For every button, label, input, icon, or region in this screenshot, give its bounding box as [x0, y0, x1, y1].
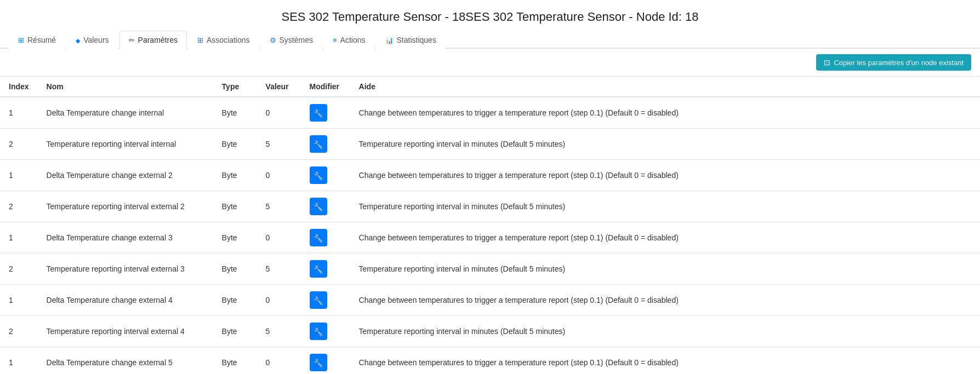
cell-type-0: Byte: [213, 97, 257, 129]
cell-valeur-8: 0: [257, 347, 301, 375]
cell-aide-0: Change between temperatures to trigger a…: [350, 97, 980, 129]
modifier-button-3[interactable]: [310, 198, 327, 215]
modifier-button-1[interactable]: [310, 135, 327, 153]
cell-type-7: Byte: [213, 316, 257, 347]
actions-tab-icon: [333, 36, 337, 44]
cell-index-8: 1: [0, 347, 38, 375]
cell-aide-1: Temperature reporting interval in minute…: [350, 129, 980, 160]
cell-type-5: Byte: [213, 254, 257, 285]
table-row: 2Temperature reporting interval internal…: [0, 129, 980, 160]
cell-modifier-6: [301, 285, 350, 316]
wrench-icon-2: [314, 171, 323, 180]
cell-modifier-7: [301, 316, 350, 347]
cell-type-3: Byte: [213, 191, 257, 222]
valeurs-tab-icon: [76, 36, 80, 44]
modifier-button-4[interactable]: [310, 229, 327, 246]
modifier-button-6[interactable]: [310, 291, 327, 309]
cell-index-7: 2: [0, 316, 38, 347]
table-container: Copier les paramètres d'un node existant…: [0, 49, 980, 374]
cell-index-1: 2: [0, 129, 38, 160]
statistiques-tab-icon: [385, 36, 394, 44]
cell-type-2: Byte: [213, 160, 257, 191]
cell-nom-2: Delta Temperature change external 2: [38, 160, 213, 191]
table-row: 1Delta Temperature change external 4Byte…: [0, 285, 980, 316]
wrench-icon-1: [314, 140, 323, 149]
cell-aide-8: Change between temperatures to trigger a…: [350, 347, 980, 375]
cell-nom-1: Temperature reporting interval internal: [38, 129, 213, 160]
tab-label-resume: Résumé: [27, 36, 56, 44]
parametres-tab-icon: [129, 36, 135, 44]
cell-aide-4: Change between temperatures to trigger a…: [350, 222, 980, 254]
page-wrapper: SES 302 Temperature Sensor - 18SES 302 T…: [0, 0, 980, 374]
table-row: 1Delta Temperature change internalByte0C…: [0, 97, 980, 129]
table-row: 1Delta Temperature change external 5Byte…: [0, 347, 980, 375]
modifier-button-0[interactable]: [310, 104, 327, 122]
resume-tab-icon: [18, 36, 24, 44]
tab-actions[interactable]: Actions: [323, 31, 375, 49]
tab-parametres[interactable]: Paramètres: [119, 31, 187, 49]
copy-icon: [824, 58, 830, 67]
table-row: 2Temperature reporting interval external…: [0, 316, 980, 347]
cell-nom-3: Temperature reporting interval external …: [38, 191, 213, 222]
table-body: 1Delta Temperature change internalByte0C…: [0, 97, 980, 374]
table-row: 2Temperature reporting interval external…: [0, 191, 980, 222]
tab-resume[interactable]: Résumé: [9, 31, 65, 49]
table-header-row-cols: Index Nom Type Valeur Modifier Aide: [0, 77, 980, 97]
cell-modifier-3: [301, 191, 350, 222]
col-header-nom: Nom: [38, 77, 213, 97]
cell-index-2: 1: [0, 160, 38, 191]
cell-aide-5: Temperature reporting interval in minute…: [350, 254, 980, 285]
col-header-index: Index: [0, 77, 38, 97]
wrench-icon-5: [314, 264, 323, 274]
col-header-type: Type: [213, 77, 257, 97]
cell-valeur-2: 0: [257, 160, 301, 191]
col-header-valeur: Valeur: [257, 77, 301, 97]
copy-params-button[interactable]: Copier les paramètres d'un node existant: [816, 54, 971, 71]
cell-valeur-6: 0: [257, 285, 301, 316]
tab-statistiques[interactable]: Statistiques: [376, 31, 446, 49]
tab-label-systemes: Systèmes: [280, 36, 313, 44]
cell-type-4: Byte: [213, 222, 257, 254]
col-header-modifier: Modifier: [301, 77, 350, 97]
cell-modifier-8: [301, 347, 350, 375]
cell-valeur-3: 5: [257, 191, 301, 222]
table-row: 1Delta Temperature change external 2Byte…: [0, 160, 980, 191]
cell-valeur-0: 0: [257, 97, 301, 129]
associations-tab-icon: [197, 36, 203, 44]
tab-label-valeurs: Valeurs: [83, 36, 109, 44]
wrench-icon-0: [314, 108, 323, 118]
cell-type-1: Byte: [213, 129, 257, 160]
tab-systemes[interactable]: Systèmes: [260, 31, 322, 49]
cell-valeur-4: 0: [257, 222, 301, 254]
tab-label-statistiques: Statistiques: [397, 36, 436, 44]
cell-modifier-0: [301, 97, 350, 129]
table-header-row: Copier les paramètres d'un node existant: [0, 49, 980, 77]
wrench-icon-4: [314, 233, 323, 243]
cell-modifier-4: [301, 222, 350, 254]
cell-nom-6: Delta Temperature change external 4: [38, 285, 213, 316]
modifier-button-8[interactable]: [310, 354, 327, 371]
modifier-button-7[interactable]: [310, 323, 327, 340]
params-table: Index Nom Type Valeur Modifier Aide 1Del…: [0, 77, 980, 374]
cell-modifier-1: [301, 129, 350, 160]
cell-nom-5: Temperature reporting interval external …: [38, 254, 213, 285]
cell-index-5: 2: [0, 254, 38, 285]
cell-nom-7: Temperature reporting interval external …: [38, 316, 213, 347]
wrench-icon-3: [314, 202, 323, 211]
modifier-button-5[interactable]: [310, 260, 327, 278]
tab-label-associations: Associations: [207, 36, 250, 44]
cell-aide-2: Change between temperatures to trigger a…: [350, 160, 980, 191]
modifier-button-2[interactable]: [310, 166, 327, 184]
table-row: 2Temperature reporting interval external…: [0, 254, 980, 285]
tab-label-actions: Actions: [340, 36, 366, 44]
table-head: Index Nom Type Valeur Modifier Aide: [0, 77, 980, 97]
tab-valeurs[interactable]: Valeurs: [66, 31, 118, 49]
tab-associations[interactable]: Associations: [188, 31, 259, 49]
wrench-icon-6: [314, 296, 323, 305]
tab-label-parametres: Paramètres: [138, 36, 178, 44]
cell-nom-8: Delta Temperature change external 5: [38, 347, 213, 375]
copy-button-label: Copier les paramètres d'un node existant: [834, 59, 964, 67]
cell-index-4: 1: [0, 222, 38, 254]
cell-aide-6: Change between temperatures to trigger a…: [350, 285, 980, 316]
cell-nom-0: Delta Temperature change internal: [38, 97, 213, 129]
